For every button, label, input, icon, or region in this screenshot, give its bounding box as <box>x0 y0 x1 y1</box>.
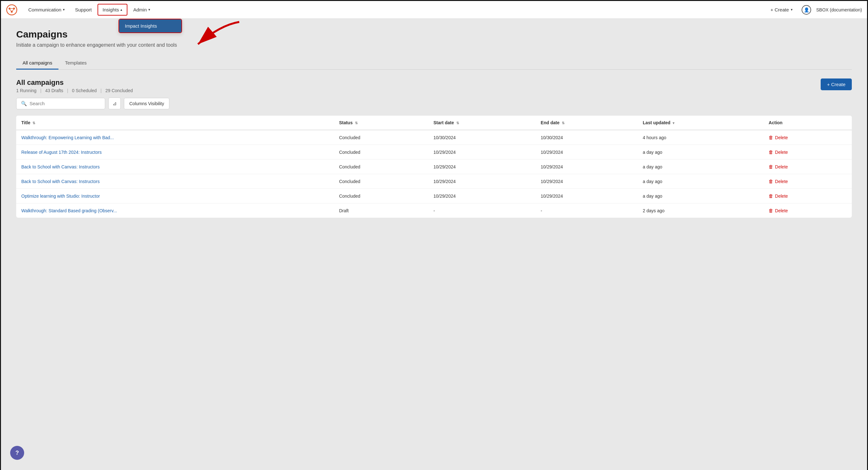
cell-title-4: Optimize learning with Studio: Instructo… <box>16 189 334 203</box>
sort-icon-start-date[interactable]: ⇅ <box>456 121 459 125</box>
campaigns-header-left: All campaigns 1 Running | 43 Drafts | 0 … <box>16 79 133 93</box>
delete-button-3[interactable]: 🗑 Delete <box>769 179 787 184</box>
nav-right-section: + Create ▾ 👤 SBOX (documentation) <box>767 5 862 14</box>
columns-visibility-button[interactable]: Columns Visibility <box>124 98 169 109</box>
stat-divider-2: | <box>67 88 68 93</box>
table-row: Optimize learning with Studio: Instructo… <box>16 189 852 203</box>
cell-start-date-5: - <box>428 203 536 218</box>
campaign-link-3[interactable]: Back to School with Canvas: Instructors <box>21 179 100 184</box>
create-campaign-label: + Create <box>827 82 845 87</box>
campaigns-table: Title ⇅ Status ⇅ Start date ⇅ End date ⇅ <box>16 116 852 218</box>
cell-start-date-3: 10/29/2024 <box>428 174 536 189</box>
trash-icon: 🗑 <box>769 135 773 140</box>
delete-button-4[interactable]: 🗑 Delete <box>769 193 787 199</box>
user-silhouette-icon: 👤 <box>804 7 809 12</box>
user-profile-icon[interactable]: 👤 <box>802 5 811 14</box>
table-row: Walkthrough: Standard Based grading (Obs… <box>16 203 852 218</box>
global-create-button[interactable]: + Create ▾ <box>767 5 797 14</box>
nav-item-communication[interactable]: Communication ▾ <box>24 4 69 15</box>
chevron-down-icon: ▾ <box>148 8 150 12</box>
impact-insights-menu-item[interactable]: Impact Insights <box>119 20 181 32</box>
campaign-link-5[interactable]: Walkthrough: Standard Based grading (Obs… <box>21 208 117 213</box>
delete-button-0[interactable]: 🗑 Delete <box>769 135 787 140</box>
table-header: Title ⇅ Status ⇅ Start date ⇅ End date ⇅ <box>16 116 852 130</box>
columns-visibility-label: Columns Visibility <box>129 101 164 106</box>
campaign-link-1[interactable]: Release of August 17th 2024: Instructors <box>21 150 102 155</box>
tab-all-campaigns[interactable]: All campaigns <box>16 57 58 70</box>
nav-support-label: Support <box>75 7 92 12</box>
cell-last-updated-2: a day ago <box>638 159 764 174</box>
delete-button-1[interactable]: 🗑 Delete <box>769 149 787 155</box>
search-filter-row: 🔍 ⊿ Columns Visibility <box>16 98 852 109</box>
filter-button[interactable]: ⊿ <box>108 98 121 109</box>
trash-icon: 🗑 <box>769 164 773 169</box>
sort-icon-end-date[interactable]: ⇅ <box>562 121 565 125</box>
cell-last-updated-1: a day ago <box>638 145 764 159</box>
app-logo[interactable] <box>6 4 18 15</box>
cell-last-updated-3: a day ago <box>638 174 764 189</box>
nav-item-admin[interactable]: Admin ▾ <box>129 4 155 15</box>
table-row: Walkthrough: Empowering Learning with Ba… <box>16 130 852 145</box>
svg-point-1 <box>8 8 10 9</box>
tab-templates[interactable]: Templates <box>58 57 93 70</box>
trash-icon: 🗑 <box>769 179 773 184</box>
cell-action-1: 🗑 Delete <box>764 145 852 159</box>
delete-label: Delete <box>775 179 787 184</box>
create-label: + Create <box>771 7 789 12</box>
trash-icon: 🗑 <box>769 149 773 155</box>
th-action: Action <box>764 116 852 130</box>
svg-line-5 <box>10 9 11 11</box>
cell-status-3: Concluded <box>334 174 428 189</box>
stat-divider-1: | <box>40 88 42 93</box>
delete-button-5[interactable]: 🗑 Delete <box>769 208 787 213</box>
delete-label: Delete <box>775 150 787 155</box>
cell-title-3: Back to School with Canvas: Instructors <box>16 174 334 189</box>
delete-label: Delete <box>775 135 787 140</box>
table-body: Walkthrough: Empowering Learning with Ba… <box>16 130 852 218</box>
table-row: Back to School with Canvas: Instructors … <box>16 159 852 174</box>
delete-label: Delete <box>775 164 787 169</box>
top-navigation: Communication ▾ Support Insights ▴ Admin… <box>1 1 867 19</box>
sort-icon-last-updated[interactable]: ▾ <box>673 121 675 125</box>
search-box[interactable]: 🔍 <box>16 98 105 109</box>
cell-last-updated-4: a day ago <box>638 189 764 203</box>
cell-start-date-1: 10/29/2024 <box>428 145 536 159</box>
trash-icon: 🗑 <box>769 208 773 213</box>
campaign-link-0[interactable]: Walkthrough: Empowering Learning with Ba… <box>21 135 114 140</box>
cell-status-0: Concluded <box>334 130 428 145</box>
create-campaign-button[interactable]: + Create <box>821 79 852 90</box>
nav-communication-label: Communication <box>28 7 61 12</box>
sort-icon-status[interactable]: ⇅ <box>355 121 358 125</box>
delete-label: Delete <box>775 193 787 199</box>
cell-start-date-2: 10/29/2024 <box>428 159 536 174</box>
campaign-link-2[interactable]: Back to School with Canvas: Instructors <box>21 164 100 169</box>
th-start-date: Start date ⇅ <box>428 116 536 130</box>
cell-action-3: 🗑 Delete <box>764 174 852 189</box>
th-last-updated: Last updated ▾ <box>638 116 764 130</box>
nav-item-insights[interactable]: Insights ▴ <box>97 4 128 15</box>
search-input[interactable] <box>30 101 93 106</box>
filter-icon: ⊿ <box>113 101 117 106</box>
cell-start-date-0: 10/30/2024 <box>428 130 536 145</box>
delete-button-2[interactable]: 🗑 Delete <box>769 164 787 169</box>
svg-point-2 <box>13 8 15 9</box>
cell-status-5: Draft <box>334 203 428 218</box>
cell-end-date-2: 10/29/2024 <box>536 159 638 174</box>
th-title: Title ⇅ <box>16 116 334 130</box>
cell-status-2: Concluded <box>334 159 428 174</box>
sort-icon-title[interactable]: ⇅ <box>32 121 35 125</box>
cell-status-1: Concluded <box>334 145 428 159</box>
campaigns-tabs: All campaigns Templates <box>16 57 852 70</box>
help-button[interactable]: ? <box>10 446 24 460</box>
create-chevron-icon: ▾ <box>791 8 793 12</box>
nav-item-support[interactable]: Support <box>70 4 96 15</box>
nav-insights-label: Insights <box>103 7 119 12</box>
chevron-up-icon: ▴ <box>120 8 122 12</box>
campaign-link-4[interactable]: Optimize learning with Studio: Instructo… <box>21 193 100 199</box>
table-header-row: Title ⇅ Status ⇅ Start date ⇅ End date ⇅ <box>16 116 852 130</box>
cell-action-0: 🗑 Delete <box>764 130 852 145</box>
svg-point-0 <box>7 5 17 15</box>
cell-title-2: Back to School with Canvas: Instructors <box>16 159 334 174</box>
campaigns-section-title: All campaigns <box>16 79 133 87</box>
stat-divider-3: | <box>100 88 102 93</box>
